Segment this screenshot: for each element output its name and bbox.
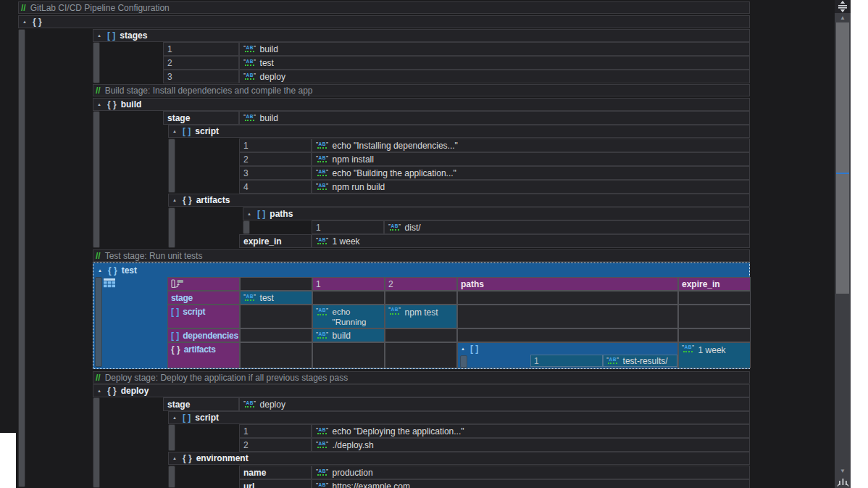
value-cell[interactable]: "AB" echo "Building the application..." bbox=[312, 166, 750, 180]
value-cell[interactable]: "AB" production bbox=[312, 466, 750, 479]
key-label: name bbox=[243, 468, 266, 478]
quote-glyph: " bbox=[326, 427, 329, 432]
collapse-arrow-icon[interactable]: ▲ bbox=[459, 347, 467, 351]
value-cell[interactable]: "AB" npm install bbox=[312, 152, 750, 166]
script-item-row: 1 "AB" echo "Deploying the application..… bbox=[239, 424, 750, 438]
object-braces: { } bbox=[183, 195, 192, 205]
script-collapse-bar[interactable] bbox=[168, 138, 175, 193]
value-text: echo "Building the application..." bbox=[333, 168, 456, 178]
value-cell[interactable]: "AB" deploy bbox=[239, 397, 750, 411]
collapse-arrow-icon[interactable]: ▲ bbox=[171, 415, 178, 420]
quote-glyph: " bbox=[254, 59, 256, 64]
collapse-arrow-icon[interactable]: ▲ bbox=[96, 102, 103, 107]
deploy-collapse-bar[interactable] bbox=[93, 397, 100, 488]
string-type-icon: "AB" bbox=[316, 483, 329, 488]
collapse-arrow-icon[interactable]: ▲ bbox=[171, 456, 178, 460]
value-cell[interactable]: "AB" build bbox=[239, 111, 750, 125]
table-value-cell[interactable]: "AB" echo "Running unit tests..." bbox=[312, 305, 385, 328]
table-column-header-1[interactable]: 1 bbox=[312, 277, 385, 291]
deploy-script-group-header[interactable]: ▲ [ ] script bbox=[168, 411, 750, 424]
collapse-arrow-icon[interactable]: ▲ bbox=[171, 129, 178, 133]
value-text: test bbox=[260, 58, 274, 68]
environment-url-row: url "AB" https://example.com bbox=[239, 479, 750, 488]
value-text: npm test bbox=[405, 307, 438, 318]
table-empty-cell bbox=[240, 328, 312, 342]
vertical-scrollbar[interactable]: ▲ ▼ bbox=[835, 0, 851, 488]
build-comment-text: Build stage: Install dependencies and co… bbox=[105, 86, 313, 96]
artifacts-collapse-bar[interactable] bbox=[168, 207, 175, 248]
table-value-cell[interactable]: "AB" test bbox=[240, 291, 312, 305]
collapse-arrow-icon[interactable]: ▲ bbox=[96, 268, 104, 273]
environment-group-header[interactable]: ▲ { } environment bbox=[168, 452, 750, 465]
index-label: 2 bbox=[167, 58, 172, 68]
collapse-arrow-icon[interactable]: ▲ bbox=[21, 20, 28, 24]
deploy-stage-row: stage "AB" deploy bbox=[163, 397, 750, 411]
table-value-cell[interactable]: "AB" build bbox=[312, 328, 385, 342]
resize-grip-icon[interactable] bbox=[837, 476, 849, 487]
deploy-script-collapse-bar[interactable] bbox=[168, 424, 175, 451]
key-cell: url bbox=[239, 479, 312, 488]
build-group-header[interactable]: ▲ { } build bbox=[93, 98, 750, 111]
build-artifacts-group-header[interactable]: ▲ { } artifacts bbox=[168, 194, 750, 207]
root-collapse-bar[interactable] bbox=[18, 29, 25, 487]
test-collapse-bar[interactable] bbox=[95, 277, 102, 367]
transpose-icon[interactable] bbox=[171, 279, 184, 289]
build-script-group-header[interactable]: ▲ [ ] script bbox=[168, 125, 750, 138]
string-type-icon: "AB" bbox=[316, 156, 329, 163]
collapse-arrow-icon[interactable]: ▲ bbox=[246, 212, 253, 216]
table-column-header-2[interactable]: 2 bbox=[385, 277, 457, 291]
value-cell[interactable]: "AB" test-results/ bbox=[603, 355, 677, 367]
table-empty-cell bbox=[385, 328, 457, 342]
index-label: 4 bbox=[243, 182, 249, 192]
value-text: test-results/ bbox=[623, 356, 668, 366]
table-value-cell[interactable]: "AB" 1 week bbox=[678, 342, 751, 368]
value-cell[interactable]: "AB" ./deploy.sh bbox=[312, 438, 750, 452]
quote-glyph: " bbox=[326, 155, 329, 160]
table-row-artifacts: { } artifacts ▲ [ ] 1 "AB" bbox=[167, 342, 751, 368]
environment-collapse-bar[interactable] bbox=[168, 466, 175, 488]
build-collapse-bar[interactable] bbox=[93, 111, 100, 248]
table-column-header-expire[interactable]: expire_in bbox=[678, 277, 751, 291]
stages-collapse-bar[interactable] bbox=[93, 42, 100, 83]
value-cell[interactable]: "AB" build bbox=[239, 42, 750, 56]
collapse-arrow-icon[interactable]: ▲ bbox=[96, 389, 103, 393]
script-item-row: 2 "AB" ./deploy.sh bbox=[239, 438, 750, 452]
index-label: 1 bbox=[243, 141, 249, 151]
paths-collapse-bar[interactable] bbox=[243, 220, 250, 234]
scrollbar-thumb[interactable] bbox=[836, 22, 849, 294]
scroll-down-arrow[interactable]: ▼ bbox=[835, 467, 851, 476]
key-label: dependencies bbox=[183, 331, 238, 341]
scroll-up-arrow[interactable]: ▲ bbox=[835, 14, 851, 22]
table-view-icon[interactable] bbox=[104, 278, 115, 288]
value-cell[interactable]: "AB" 1 week bbox=[312, 234, 750, 248]
table-empty-cell bbox=[678, 305, 751, 328]
split-editor-handle[interactable] bbox=[835, 0, 851, 13]
value-cell[interactable]: "AB" dist/ bbox=[384, 220, 750, 234]
value-cell[interactable]: "AB" deploy bbox=[239, 70, 750, 83]
transpose-corner-cell[interactable] bbox=[167, 277, 240, 291]
stages-group-header[interactable]: ▲ [ ] stages bbox=[93, 29, 750, 42]
collapse-arrow-icon[interactable]: ▲ bbox=[171, 198, 178, 202]
table-value-cell[interactable]: "AB" npm test bbox=[385, 305, 457, 328]
table-empty-cell bbox=[312, 342, 385, 368]
value-text: deploy bbox=[260, 400, 285, 410]
deploy-group-header[interactable]: ▲ { } deploy bbox=[93, 384, 750, 397]
comment-marker: // bbox=[96, 373, 101, 383]
value-cell[interactable]: "AB" npm run build bbox=[312, 180, 750, 194]
json-grid-editor: // GitLab CI/CD Pipeline Configuration ▲… bbox=[0, 0, 851, 488]
nested-array-header[interactable]: ▲ [ ] bbox=[458, 343, 677, 355]
value-cell[interactable]: "AB" https://example.com bbox=[312, 479, 750, 488]
paths-group-header[interactable]: ▲ [ ] paths bbox=[243, 207, 750, 220]
value-text: dist/ bbox=[405, 223, 421, 233]
nested-collapse-bar[interactable] bbox=[460, 355, 467, 368]
value-cell[interactable]: "AB" echo "Installing dependencies..." bbox=[312, 138, 750, 152]
value-text: build bbox=[333, 331, 351, 341]
table-column-header-paths[interactable]: paths bbox=[457, 277, 678, 291]
ab-glyph: AB bbox=[319, 307, 326, 313]
test-group-header[interactable]: ▲ { } test bbox=[94, 264, 139, 277]
paths-group-label: paths bbox=[270, 209, 293, 219]
value-cell[interactable]: "AB" echo "Deploying the application..." bbox=[312, 424, 750, 438]
value-cell[interactable]: "AB" test bbox=[239, 56, 750, 70]
collapse-arrow-icon[interactable]: ▲ bbox=[96, 33, 103, 38]
root-object-row[interactable]: ▲ { } bbox=[18, 15, 750, 28]
